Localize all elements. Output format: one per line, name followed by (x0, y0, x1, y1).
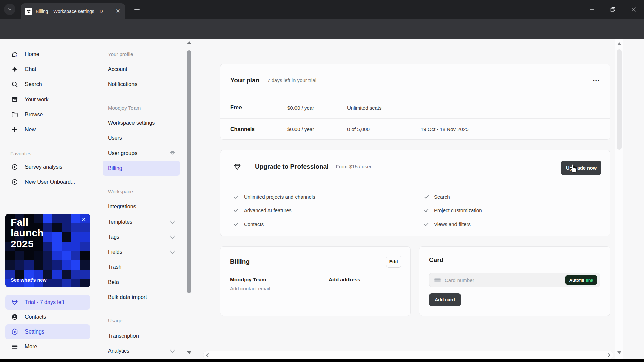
scroll-up-arrow[interactable] (617, 42, 621, 45)
trial-status-label: Trial · 7 days left (25, 299, 64, 305)
hamburger-icon (11, 343, 18, 350)
plan-card-title: Your plan (230, 77, 259, 84)
feature-label: Search (434, 194, 450, 200)
nav-item[interactable]: Tags (97, 229, 193, 244)
close-window-button[interactable] (623, 0, 644, 19)
nav-item[interactable]: Integrations (97, 199, 193, 214)
check-icon (233, 194, 239, 200)
scroll-thumb[interactable] (617, 49, 622, 150)
sidebar-item-settings[interactable]: Settings (5, 324, 90, 339)
your-plan-card: Your plan 7 days left in your trial ••• … (220, 64, 610, 140)
plan-menu-button[interactable]: ••• (593, 78, 600, 82)
nav-item[interactable]: Account (97, 62, 193, 77)
card-number-input[interactable]: Card number Autofill link (429, 273, 600, 287)
nav-item[interactable]: Fields (97, 244, 193, 259)
sidebar-item-chat[interactable]: Chat (0, 62, 97, 77)
nav-divider (103, 180, 187, 180)
nav-item[interactable]: Transcription (97, 328, 193, 343)
nav-section-header: Moodjoy Team (97, 100, 193, 115)
nav-item[interactable]: Analytics (97, 343, 193, 358)
nav-item[interactable]: Beta (97, 275, 193, 290)
sidebar-item-label: Contacts (25, 314, 46, 320)
sidebar-item-label: Settings (25, 329, 44, 335)
nav-item-label: Transcription (108, 333, 139, 339)
billing-contact-email-placeholder[interactable]: Add contact email (230, 286, 329, 291)
features-right-list: Search Project customization Views and f… (424, 190, 610, 231)
sidebar-item-contacts[interactable]: Contacts (5, 310, 90, 324)
nav-section-header: Your profile (97, 47, 193, 62)
fall-launch-banner[interactable]: Falllaunch2025 ✕ See what's new (5, 214, 90, 287)
feature-item: Project customization (424, 204, 610, 218)
work-tray-icon (11, 96, 18, 103)
nav-item-label: Account (108, 66, 127, 72)
billing-card-title: Billing (230, 258, 250, 265)
nav-item[interactable]: Trash (97, 259, 193, 275)
sidebar-item-search[interactable]: Search (0, 77, 97, 92)
billing-add-address[interactable]: Add address (329, 277, 410, 283)
tab-close-icon[interactable]: ✕ (115, 7, 121, 15)
scroll-right-arrow[interactable] (606, 353, 610, 357)
browser-tabstrip: Billing – Workspace settings – D ✕ (0, 0, 644, 19)
favorite-item-new-user-onboarding[interactable]: New User Onboard... (0, 174, 97, 189)
nav-item-label: Trash (108, 264, 121, 270)
tab-title: Billing – Workspace settings – D (36, 9, 111, 14)
tab-search-button[interactable] (4, 4, 15, 15)
main-vertical-scrollbar[interactable] (615, 39, 623, 359)
check-icon (424, 207, 429, 213)
minimize-icon (590, 7, 594, 12)
nav-item[interactable]: User groups (97, 145, 193, 161)
sidebar-item-home[interactable]: Home (0, 47, 97, 62)
nav-item[interactable]: Templates (97, 214, 193, 229)
features-left-list: Unlimited projects and channels Advanced… (220, 190, 424, 231)
project-target-icon (11, 178, 18, 186)
favorites-header: Favorites (0, 141, 97, 159)
nav-item[interactable]: Workspace settings (97, 115, 193, 130)
banner-close-icon[interactable]: ✕ (82, 216, 86, 223)
minimize-button[interactable] (582, 0, 602, 19)
plan-period: 19 Oct - 18 Nov 2025 (421, 126, 610, 132)
gem-icon (170, 150, 175, 156)
scroll-thumb[interactable] (187, 50, 191, 293)
favorite-item-survey-analysis[interactable]: Survey analysis (0, 159, 97, 174)
edit-billing-button[interactable]: Edit (386, 256, 401, 268)
autofill-link-label: link (586, 278, 593, 283)
sparkle-icon (11, 66, 18, 73)
sidebar-item-your-work[interactable]: Your work (0, 92, 97, 107)
chevron-down-icon (7, 7, 12, 12)
nav-item-label: Users (108, 135, 122, 141)
nav-section-list: Workspace settings Users User groups (97, 115, 193, 176)
new-tab-button[interactable] (133, 5, 141, 13)
sidebar-item-browse[interactable]: Browse (0, 107, 97, 122)
subnav-scrollbar[interactable] (186, 39, 192, 359)
nav-item-label: Notifications (108, 81, 137, 87)
home-icon (11, 51, 18, 58)
sidebar-item-label: Search (25, 81, 42, 87)
scroll-down-arrow[interactable] (617, 351, 621, 354)
gem-icon (170, 249, 175, 255)
nav-divider (103, 309, 187, 309)
autofill-badge[interactable]: Autofill link (565, 275, 597, 285)
trial-status-item[interactable]: Trial · 7 days left (5, 295, 90, 310)
scroll-left-arrow[interactable] (206, 353, 210, 357)
nav-section-list: Integrations Templates Tags (97, 199, 193, 305)
nav-divider (103, 96, 187, 96)
restore-button[interactable] (602, 0, 623, 19)
main-sidebar: Home Chat Search Your work Browse New (0, 39, 97, 359)
banner-cta-link[interactable]: See what's new (11, 277, 47, 283)
add-card-button[interactable]: Add card (429, 293, 461, 306)
card-section-title: Card (429, 256, 443, 264)
nav-item[interactable]: Bulk data import (97, 290, 193, 305)
main-horizontal-scrollbar[interactable] (203, 351, 613, 359)
sidebar-item-more[interactable]: More (5, 339, 90, 354)
scroll-up-arrow[interactable] (187, 41, 191, 44)
upgrade-now-button[interactable]: Upgrade now (561, 161, 601, 175)
nav-item-label: Beta (108, 279, 119, 285)
browser-toolbar: moodjoy-team-2h2v.dovetail.com/settings/… (0, 19, 644, 39)
settings-nav: Your profile Account Notifications (97, 39, 193, 359)
browser-tab[interactable]: Billing – Workspace settings – D ✕ (21, 3, 125, 19)
sidebar-item-new[interactable]: New (0, 122, 97, 137)
nav-item[interactable]: Users (97, 130, 193, 145)
nav-item[interactable]: Billing (103, 161, 180, 176)
scroll-down-arrow[interactable] (187, 351, 191, 354)
nav-item[interactable]: Notifications (97, 77, 193, 92)
